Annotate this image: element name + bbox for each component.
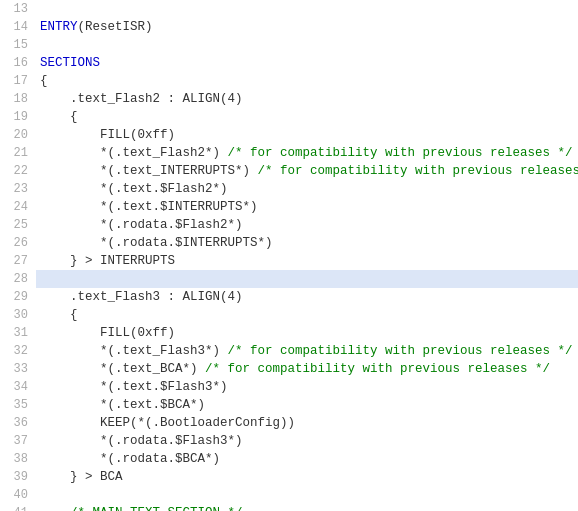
code-line: *(.text.$BCA*) (36, 396, 578, 414)
line-number: 14 (4, 18, 28, 36)
code-line (36, 36, 578, 54)
code-segment: *(.text.$Flash3*) (40, 380, 228, 394)
code-segment: KEEP(*(.BootloaderConfig)) (40, 416, 295, 430)
line-number: 21 (4, 144, 28, 162)
code-line: *(.text_INTERRUPTS*) /* for compatibilit… (36, 162, 578, 180)
code-line: .text_Flash3 : ALIGN(4) (36, 288, 578, 306)
line-number: 19 (4, 108, 28, 126)
line-number: 20 (4, 126, 28, 144)
line-number: 28 (4, 270, 28, 288)
code-segment: { (40, 308, 78, 322)
code-segment: *(.text_BCA*) (40, 362, 205, 376)
code-line (36, 486, 578, 504)
code-line: } > INTERRUPTS (36, 252, 578, 270)
code-line: *(.text_BCA*) /* for compatibility with … (36, 360, 578, 378)
code-segment: { (40, 74, 48, 88)
line-number: 29 (4, 288, 28, 306)
code-segment: { (40, 110, 78, 124)
code-line: *(.rodata.$INTERRUPTS*) (36, 234, 578, 252)
code-segment: (ResetISR) (78, 20, 153, 34)
code-segment: FILL(0xff) (40, 326, 175, 340)
code-line: *(.text.$Flash3*) (36, 378, 578, 396)
code-editor: 1314151617181920212223242526272829303132… (0, 0, 578, 511)
code-line: *(.rodata.$Flash2*) (36, 216, 578, 234)
line-number: 36 (4, 414, 28, 432)
code-segment: /* for compatibility with previous relea… (258, 164, 578, 178)
line-number: 16 (4, 54, 28, 72)
line-number: 37 (4, 432, 28, 450)
code-segment: *(.rodata.$BCA*) (40, 452, 220, 466)
line-number: 24 (4, 198, 28, 216)
code-line: { (36, 72, 578, 90)
code-segment: *(.text.$BCA*) (40, 398, 205, 412)
line-number: 23 (4, 180, 28, 198)
code-segment: FILL(0xff) (40, 128, 175, 142)
line-number: 17 (4, 72, 28, 90)
code-line: *(.text.$INTERRUPTS*) (36, 198, 578, 216)
line-number: 15 (4, 36, 28, 54)
code-segment: .text_Flash2 : ALIGN(4) (40, 92, 243, 106)
code-line: { (36, 306, 578, 324)
code-segment: *(.text_INTERRUPTS*) (40, 164, 258, 178)
line-number: 34 (4, 378, 28, 396)
code-content: ENTRY(ResetISR) SECTIONS{ .text_Flash2 :… (36, 0, 578, 511)
code-line: KEEP(*(.BootloaderConfig)) (36, 414, 578, 432)
code-segment: /* for compatibility with previous relea… (228, 344, 573, 358)
code-line: *(.text_Flash2*) /* for compatibility wi… (36, 144, 578, 162)
code-line: *(.rodata.$BCA*) (36, 450, 578, 468)
code-line: { (36, 108, 578, 126)
code-segment: .text_Flash3 : ALIGN(4) (40, 290, 243, 304)
line-number: 33 (4, 360, 28, 378)
line-number: 35 (4, 396, 28, 414)
code-segment: *(.rodata.$Flash3*) (40, 434, 243, 448)
line-number: 38 (4, 450, 28, 468)
code-line (36, 270, 578, 288)
code-line: FILL(0xff) (36, 126, 578, 144)
code-line: *(.text_Flash3*) /* for compatibility wi… (36, 342, 578, 360)
code-segment: *(.rodata.$Flash2*) (40, 218, 243, 232)
code-line: *(.rodata.$Flash3*) (36, 432, 578, 450)
code-segment: /* for compatibility with previous relea… (228, 146, 573, 160)
code-line: /* MAIN TEXT SECTION */ (36, 504, 578, 511)
code-segment: } > BCA (40, 470, 123, 484)
line-numbers: 1314151617181920212223242526272829303132… (0, 0, 36, 511)
line-number: 18 (4, 90, 28, 108)
line-number: 26 (4, 234, 28, 252)
line-number: 25 (4, 216, 28, 234)
code-segment: *(.text.$Flash2*) (40, 182, 228, 196)
code-segment: *(.text_Flash2*) (40, 146, 228, 160)
code-line: } > BCA (36, 468, 578, 486)
code-segment: /* for compatibility with previous relea… (205, 362, 550, 376)
code-segment: *(.text_Flash3*) (40, 344, 228, 358)
code-segment (40, 506, 70, 511)
code-segment: *(.rodata.$INTERRUPTS*) (40, 236, 273, 250)
line-number: 13 (4, 0, 28, 18)
code-segment: *(.text.$INTERRUPTS*) (40, 200, 258, 214)
code-segment: } > INTERRUPTS (40, 254, 175, 268)
code-segment: ENTRY (40, 20, 78, 34)
line-number: 27 (4, 252, 28, 270)
line-number: 22 (4, 162, 28, 180)
code-line: .text_Flash2 : ALIGN(4) (36, 90, 578, 108)
code-segment: SECTIONS (40, 56, 100, 70)
line-number: 41 (4, 504, 28, 511)
code-line (36, 0, 578, 18)
code-line: *(.text.$Flash2*) (36, 180, 578, 198)
line-number: 40 (4, 486, 28, 504)
code-segment: /* MAIN TEXT SECTION */ (70, 506, 243, 511)
line-number: 30 (4, 306, 28, 324)
code-line: FILL(0xff) (36, 324, 578, 342)
code-line: ENTRY(ResetISR) (36, 18, 578, 36)
line-number: 32 (4, 342, 28, 360)
code-line: SECTIONS (36, 54, 578, 72)
line-number: 39 (4, 468, 28, 486)
line-number: 31 (4, 324, 28, 342)
